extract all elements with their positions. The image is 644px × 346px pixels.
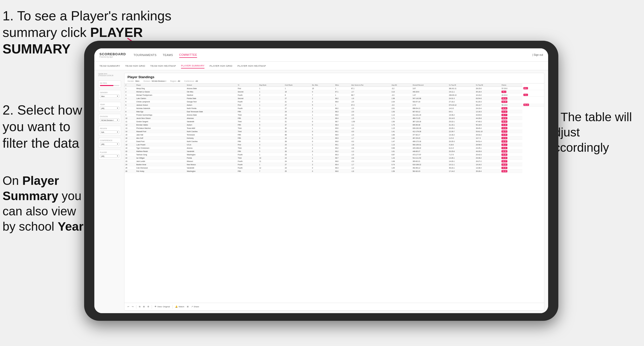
undo-btn[interactable]: ↩ <box>127 306 129 308</box>
table-cell: 1 <box>311 156 334 160</box>
paste-btn[interactable]: ⊞ <box>143 306 145 308</box>
table-cell: Fifth <box>237 140 258 143</box>
watch-btn[interactable]: 🔔 Watch <box>175 306 184 308</box>
table-cell: 1.41 <box>391 130 412 133</box>
sub-nav-player-h2h-grid[interactable]: PLAYER H2H GRID <box>210 63 232 68</box>
col-wins: Wins <box>334 84 350 87</box>
table-cell: -1.5 <box>350 153 390 156</box>
table-cell: 7-17-5 <box>448 153 475 156</box>
table-cell: 500-155-31 <box>411 143 448 146</box>
sub-nav-team-h2h-grid[interactable]: TEAM H2H GRID <box>125 63 145 68</box>
table-cell: 68.4 <box>334 123 350 127</box>
table-cell: 19 <box>284 136 311 140</box>
table-row: 15Jake HallTennesseeFifth788068.5-1.51.6… <box>124 133 544 136</box>
table-row: 3Michael ThorbjornsenStanfordFourth28716… <box>124 93 544 97</box>
sub-nav-team-h2h-heatmap[interactable]: TEAM H2H HEATMAP <box>150 63 176 68</box>
table-cell: 674-33-12 <box>448 103 475 107</box>
table-cell: 40.90 <box>500 153 522 156</box>
export-btn[interactable]: ⊞ <box>187 306 189 308</box>
table-cell: -1.6 <box>350 97 390 100</box>
table-cell: 21 <box>284 120 311 123</box>
table-cell: 3 <box>124 93 135 97</box>
table-cell: 12 <box>258 166 284 170</box>
table-cell: -2.3 <box>350 107 390 110</box>
table-cell: 5 <box>258 123 284 127</box>
division-select[interactable]: NCAA Division I ▾ <box>100 118 119 122</box>
table-cell: 28-12-7 <box>475 103 501 107</box>
nav-tournaments[interactable]: TOURNAMENTS <box>134 52 157 58</box>
table-row: 7Nicholas GabrelcikNorth FloridaFourth12… <box>124 107 544 110</box>
table-cell: 68.2 <box>334 107 350 110</box>
col-rank: # <box>124 84 135 87</box>
sub-nav-player-h2h-heatmap[interactable]: PLAYER H2H HEATMAP <box>237 63 266 68</box>
table-cell: 10 <box>258 156 284 160</box>
table-cell: Fifth <box>237 136 258 140</box>
table-cell: 73.1 <box>522 93 544 97</box>
player-select[interactable]: (All) ▾ <box>100 154 119 158</box>
rds-slider[interactable] <box>100 85 119 86</box>
table-cell: 7 <box>258 170 284 173</box>
gender-select[interactable]: Men ▾ <box>100 94 119 98</box>
nav-committee[interactable]: COMMITTEE <box>179 52 197 58</box>
region-select[interactable]: N/A ▾ <box>100 130 119 134</box>
table-row: 10Jacob Skov OlesenArkansasFifth123168.4… <box>124 117 544 120</box>
table-cell: 25 <box>284 170 311 173</box>
table-cell: 412-178-28 <box>411 130 448 133</box>
table-cell: 2.34 <box>391 100 412 103</box>
table-cell: 69.2 <box>334 146 350 150</box>
standings-title: Player Standings <box>127 75 541 79</box>
table-cell: 547-142-98 <box>411 97 448 100</box>
table-header-section: Player Standings Gender: Men Division: N… <box>124 73 544 84</box>
table-cell: 39.95 <box>500 166 522 170</box>
sign-out-link[interactable]: | Sign out <box>532 53 543 56</box>
table-cell: 7 <box>124 107 135 110</box>
table-body: 1Wenyi DingArizona StateFirst1115167.1-3… <box>124 87 544 173</box>
table-cell: Maxwell Ford <box>135 130 186 133</box>
table-cell: -2.0 <box>391 103 412 107</box>
table-cell: 12-16-3 <box>475 110 501 113</box>
table-cell: Fifth <box>237 170 258 173</box>
table-cell: 1.56 <box>391 170 412 173</box>
table-cell: Florida State <box>186 97 237 100</box>
copy-btn[interactable]: ⧉ <box>139 306 140 308</box>
nav-teams[interactable]: TEAMS <box>163 52 173 58</box>
table-cell: 43.81 <box>500 146 522 150</box>
col-reg-rank: Reg Rank <box>258 84 284 87</box>
settings-btn[interactable]: ⚙ <box>147 306 149 308</box>
sub-nav-player-summary[interactable]: PLAYER SUMMARY <box>181 63 204 68</box>
conference-select[interactable]: (All) ▾ <box>100 142 119 146</box>
data-table: # Player School Yr Reg Rank Conf Rank No… <box>124 84 544 303</box>
table-cell: 21 <box>124 153 135 156</box>
table-cell: 14-3-3 <box>448 107 475 110</box>
table-cell: 4 <box>124 97 135 100</box>
share-btn[interactable]: ↗ Share <box>191 306 199 308</box>
table-cell: 68.6 <box>334 160 350 163</box>
table-cell: Petr Hruby <box>135 170 186 173</box>
table-cell: 20-25-3 <box>448 140 475 143</box>
table-cell: 13-18-2 <box>448 133 475 136</box>
table-cell: 10-10-2 <box>475 93 501 97</box>
table-cell: 57-23-0 <box>500 87 522 90</box>
table-cell: 69.3 <box>334 153 350 156</box>
view-original-btn[interactable]: 👁 View: Original <box>154 306 170 308</box>
year-select[interactable]: (All) ▾ <box>100 106 119 110</box>
table-cell: 58.49 <box>500 120 522 123</box>
table-cell: 533-57-16 <box>411 100 448 103</box>
table-cell: 67.3 <box>350 103 390 107</box>
table-cell: Florida <box>186 156 237 160</box>
table-row: 26Petr HrubyWashingtonFifth725068.6-1.61… <box>124 170 544 173</box>
table-cell: 39.45 <box>500 170 522 173</box>
table-cell: North Carolina <box>186 130 237 133</box>
table-cell: 28 <box>284 140 311 143</box>
table-cell: 58.54 <box>500 107 522 110</box>
redo-btn[interactable]: ↪ <box>132 306 134 308</box>
table-cell: 22-29-7 <box>448 130 475 133</box>
table-cell: 1.68 <box>391 160 412 163</box>
table-cell: 25-42-3 <box>475 153 501 156</box>
table-cell: 11 <box>124 120 135 123</box>
table-cell: 53-61-10 <box>475 130 501 133</box>
sub-nav: TEAM SUMMARY TEAM H2H GRID TEAM H2H HEAT… <box>94 62 548 70</box>
sub-nav-team-summary[interactable]: TEAM SUMMARY <box>99 63 120 68</box>
table-cell: 68.7 <box>334 120 350 123</box>
table-cell: Fifth <box>237 150 258 153</box>
